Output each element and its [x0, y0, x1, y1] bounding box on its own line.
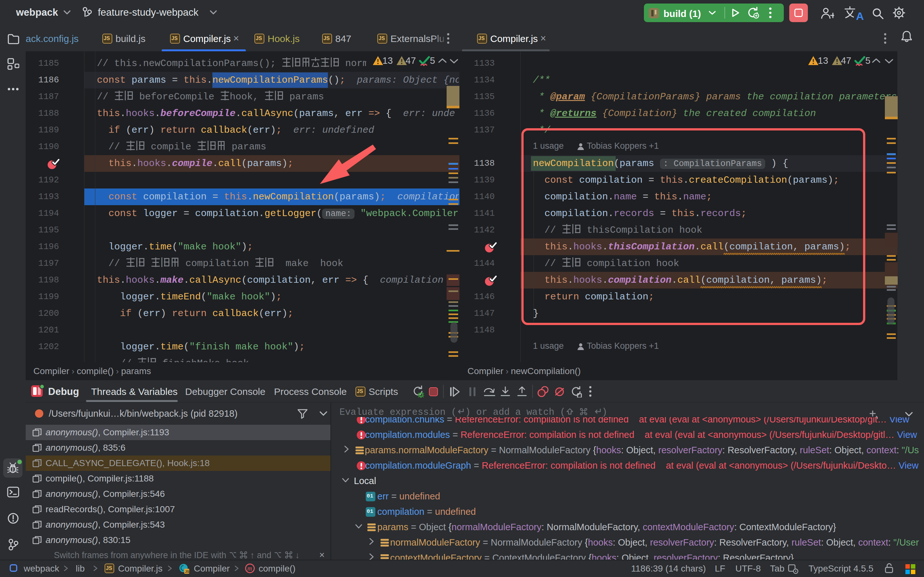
svg-text:JS: JS	[185, 570, 189, 574]
svg-text:A: A	[856, 10, 864, 21]
svg-text:m: m	[247, 565, 252, 572]
